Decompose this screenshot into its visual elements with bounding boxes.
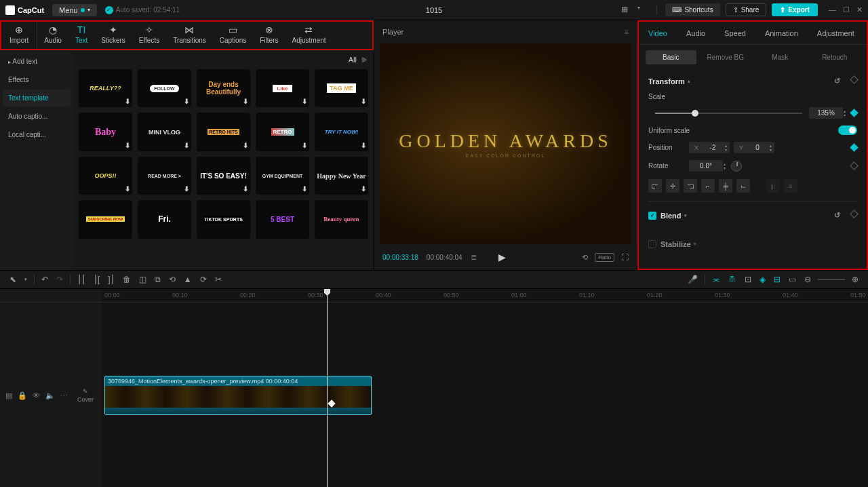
delete-button[interactable]: 🗑 — [119, 275, 135, 284]
tab-transitions[interactable]: ⋈Transitions — [166, 22, 213, 49]
template-item[interactable]: Happy New Year⬇ — [315, 157, 368, 195]
align-center-v[interactable]: ╪ — [719, 179, 732, 193]
mic-button[interactable]: 🎤 — [684, 275, 702, 284]
trim-left-button[interactable]: ⎮[ — [90, 275, 104, 284]
template-item[interactable]: SUBSCRIBE NOW — [79, 200, 132, 238]
scale-input[interactable] — [809, 107, 843, 119]
chevron-down-icon[interactable]: ▾ — [20, 277, 31, 282]
mirror-button[interactable]: ▲ — [180, 275, 196, 284]
template-item[interactable]: READ MORE >⬇ — [138, 157, 191, 195]
template-item[interactable]: GYM EQUIPMENT⬇ — [256, 157, 309, 195]
template-item[interactable]: RETRO⬇ — [256, 113, 309, 151]
prop-tab-speed[interactable]: Speed — [715, 22, 755, 44]
prop-tab-audio[interactable]: Audio — [677, 22, 715, 44]
align-bottom[interactable]: ⌙ — [736, 179, 750, 193]
link-button[interactable]: ⫚ — [724, 275, 741, 284]
template-item[interactable]: TRY IT NOW!⬇ — [315, 113, 368, 151]
position-x-input[interactable]: X ▴▾ — [689, 142, 730, 153]
download-icon[interactable]: ⬇ — [361, 185, 366, 193]
preview-viewport[interactable]: GOLDEN AWARDS EASY COLOR CONTROL — [380, 43, 631, 244]
side-item-text-template[interactable]: Text template — [3, 90, 71, 106]
tab-filters[interactable]: ⊗Filters — [253, 22, 285, 49]
template-item[interactable]: Baby⬇ — [79, 113, 132, 151]
share-button[interactable]: ⇪ Share — [726, 3, 767, 16]
reset-icon[interactable]: ↺ — [834, 211, 840, 220]
subtab-mask[interactable]: Mask — [755, 50, 806, 64]
timeline-ruler[interactable]: 00:00 00:10 00:20 00:30 00:40 00:50 01:0… — [102, 289, 868, 303]
position-y-input[interactable]: Y ▴▾ — [734, 142, 774, 153]
redo-button[interactable]: ↷ — [52, 275, 67, 284]
zoom-slider[interactable] — [818, 279, 845, 280]
rotate-button[interactable]: ⟳ — [196, 275, 211, 284]
side-item-local-captions[interactable]: Local capti... — [3, 126, 71, 143]
reverse-button[interactable]: ⟲ — [165, 275, 180, 284]
copy-button[interactable]: ⧉ — [151, 275, 165, 284]
template-item[interactable]: Fri. — [138, 200, 191, 238]
playhead[interactable] — [327, 289, 328, 487]
prop-tab-video[interactable]: Video — [639, 22, 677, 44]
rotate-dial[interactable] — [731, 161, 742, 172]
keyframe-button[interactable] — [850, 75, 859, 84]
side-item-effects[interactable]: Effects — [3, 71, 71, 88]
download-icon[interactable]: ⬇ — [361, 142, 366, 149]
scale-spinner[interactable]: ▴▾ — [844, 109, 846, 117]
download-icon[interactable]: ⬇ — [184, 185, 189, 193]
preview-menu-icon[interactable]: ≡ — [625, 28, 629, 36]
align-center-h[interactable]: ✛ — [666, 179, 679, 193]
crop-button[interactable]: ◫ — [135, 275, 151, 284]
track-opts-button[interactable]: ▭ — [785, 275, 800, 284]
close-button[interactable]: ✕ — [856, 5, 863, 14]
track-visible-icon[interactable]: 👁 — [33, 391, 40, 400]
track-mute-icon[interactable]: 🔈 — [45, 391, 55, 400]
template-item[interactable]: Day ends Beautifully⬇ — [197, 69, 250, 107]
maximize-button[interactable]: ☐ — [843, 5, 850, 14]
list-icon[interactable]: ≣ — [471, 253, 477, 262]
filter-icon[interactable]: ⫸ — [361, 56, 368, 64]
tab-text[interactable]: TIText — [68, 22, 94, 49]
rotate-spinner[interactable]: ▴▾ — [724, 162, 726, 170]
template-item[interactable]: Like⬇ — [256, 69, 309, 107]
stabilize-section[interactable]: Stabilize▾ — [648, 236, 857, 252]
shortcuts-button[interactable]: ⌨ Shortcuts — [665, 3, 719, 16]
scale-slider[interactable] — [655, 113, 802, 114]
side-item-add-text[interactable]: Add text — [3, 53, 71, 70]
track-layers-icon[interactable]: ▤ — [5, 391, 12, 400]
download-icon[interactable]: ⬇ — [302, 98, 307, 105]
prop-tab-animation[interactable]: Animation — [755, 22, 808, 44]
uniform-scale-toggle[interactable] — [838, 125, 857, 135]
fullscreen-icon[interactable]: ⛶ — [621, 253, 629, 262]
template-item[interactable]: REALLY??⬇ — [79, 69, 132, 107]
download-icon[interactable]: ⬇ — [125, 142, 130, 149]
template-item[interactable]: MINI VLOG⬇ — [138, 113, 191, 151]
trim-right-button[interactable]: ]⎮ — [104, 275, 118, 284]
rotate-input[interactable] — [689, 160, 723, 172]
template-item[interactable]: OOPS!!⬇ — [79, 157, 132, 195]
blend-section[interactable]: ✓ Blend▾ ↺ — [648, 207, 857, 224]
menu-button[interactable]: Menu ▾ — [52, 4, 97, 16]
download-icon[interactable]: ⬇ — [125, 98, 130, 105]
layout-icon[interactable]: ▦ — [621, 5, 632, 16]
template-item[interactable]: FOLLOW⬇ — [138, 69, 191, 107]
download-icon[interactable]: ⬇ — [184, 98, 189, 105]
side-item-auto-captions[interactable]: Auto captio... — [3, 108, 71, 125]
download-icon[interactable]: ⬇ — [243, 98, 248, 105]
track-height-button[interactable]: ⊟ — [770, 275, 785, 284]
tab-adjustment[interactable]: ⇄Adjustment — [285, 22, 332, 49]
subtab-retouch[interactable]: Retouch — [810, 50, 861, 64]
scale-keyframe[interactable] — [850, 109, 859, 117]
play-button[interactable]: ▶ — [498, 252, 506, 262]
download-icon[interactable]: ⬇ — [361, 98, 366, 105]
magnet-button[interactable]: ⫘ — [708, 275, 724, 284]
scale-icon[interactable]: ⟲ — [582, 253, 588, 262]
transform-section[interactable]: Transform▴ ↺ — [648, 73, 857, 90]
tab-import[interactable]: ⊕ Import — [1, 22, 37, 49]
tab-stickers[interactable]: ✦Stickers — [94, 22, 132, 49]
template-item[interactable]: IT'S SO EASY!⬇ — [197, 157, 250, 195]
download-icon[interactable]: ⬇ — [243, 142, 248, 149]
subtab-removebg[interactable]: Remove BG — [701, 50, 751, 64]
undo-button[interactable]: ↶ — [37, 275, 52, 284]
template-item[interactable]: 5 BEST — [256, 200, 309, 238]
freeze-button[interactable]: ✂ — [211, 275, 226, 284]
download-icon[interactable]: ⬇ — [243, 185, 248, 193]
ratio-button[interactable]: Ratio — [595, 253, 614, 262]
